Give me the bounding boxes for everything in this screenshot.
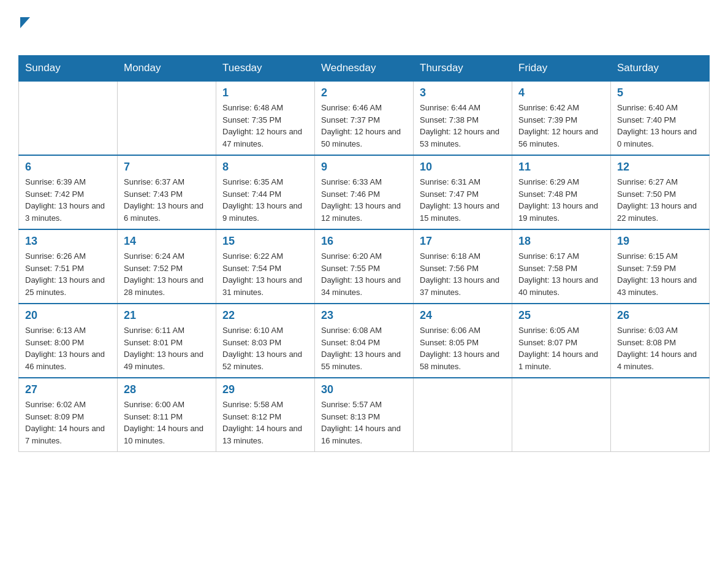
day-number: 28 <box>124 383 210 396</box>
day-number: 24 <box>420 309 506 322</box>
day-number: 14 <box>124 235 210 248</box>
day-number: 11 <box>518 161 604 174</box>
day-info: Sunrise: 6:10 AMSunset: 8:03 PMDaylight:… <box>222 324 308 372</box>
calendar-cell <box>414 378 512 452</box>
day-number: 17 <box>420 235 506 248</box>
day-number: 23 <box>321 309 407 322</box>
day-info: Sunrise: 6:22 AMSunset: 7:54 PMDaylight:… <box>222 250 308 298</box>
calendar-cell: 15Sunrise: 6:22 AMSunset: 7:54 PMDayligh… <box>216 229 315 304</box>
calendar-cell: 10Sunrise: 6:31 AMSunset: 7:47 PMDayligh… <box>414 155 512 229</box>
calendar-cell: 13Sunrise: 6:26 AMSunset: 7:51 PMDayligh… <box>19 229 118 304</box>
day-info: Sunrise: 6:05 AMSunset: 8:07 PMDaylight:… <box>518 324 604 372</box>
calendar-cell: 20Sunrise: 6:13 AMSunset: 8:00 PMDayligh… <box>19 304 118 378</box>
day-info: Sunrise: 6:08 AMSunset: 8:04 PMDaylight:… <box>321 324 407 372</box>
week-row-4: 20Sunrise: 6:13 AMSunset: 8:00 PMDayligh… <box>19 304 710 378</box>
calendar-cell: 22Sunrise: 6:10 AMSunset: 8:03 PMDayligh… <box>216 304 315 378</box>
day-info: Sunrise: 5:57 AMSunset: 8:13 PMDaylight:… <box>321 399 407 446</box>
day-info: Sunrise: 6:18 AMSunset: 7:56 PMDaylight:… <box>420 250 506 298</box>
day-number: 9 <box>321 161 407 174</box>
day-number: 27 <box>25 383 111 396</box>
day-number: 18 <box>518 235 604 248</box>
day-info: Sunrise: 6:20 AMSunset: 7:55 PMDaylight:… <box>321 250 407 298</box>
day-number: 26 <box>617 309 703 322</box>
calendar-cell: 5Sunrise: 6:40 AMSunset: 7:40 PMDaylight… <box>611 81 710 155</box>
calendar-cell: 27Sunrise: 6:02 AMSunset: 8:09 PMDayligh… <box>19 378 118 452</box>
day-number: 12 <box>617 161 703 174</box>
day-number: 30 <box>321 383 407 396</box>
day-number: 29 <box>222 383 308 396</box>
day-number: 10 <box>420 161 506 174</box>
day-info: Sunrise: 6:17 AMSunset: 7:58 PMDaylight:… <box>518 250 604 298</box>
day-info: Sunrise: 6:31 AMSunset: 7:47 PMDaylight:… <box>420 176 506 224</box>
calendar-cell: 21Sunrise: 6:11 AMSunset: 8:01 PMDayligh… <box>118 304 216 378</box>
day-number: 15 <box>222 235 308 248</box>
day-number: 3 <box>420 86 506 99</box>
col-header-tuesday: Tuesday <box>216 56 315 82</box>
day-number: 2 <box>321 86 407 99</box>
day-number: 22 <box>222 309 308 322</box>
day-info: Sunrise: 6:03 AMSunset: 8:08 PMDaylight:… <box>617 324 703 372</box>
calendar-cell: 11Sunrise: 6:29 AMSunset: 7:48 PMDayligh… <box>512 155 611 229</box>
calendar-cell <box>118 81 216 155</box>
day-number: 16 <box>321 235 407 248</box>
day-info: Sunrise: 6:15 AMSunset: 7:59 PMDaylight:… <box>617 250 703 298</box>
day-info: Sunrise: 6:24 AMSunset: 7:52 PMDaylight:… <box>124 250 210 298</box>
day-number: 7 <box>124 161 210 174</box>
day-info: Sunrise: 6:39 AMSunset: 7:42 PMDaylight:… <box>25 176 111 224</box>
calendar-cell: 19Sunrise: 6:15 AMSunset: 7:59 PMDayligh… <box>611 229 710 304</box>
calendar-cell: 3Sunrise: 6:44 AMSunset: 7:38 PMDaylight… <box>414 81 512 155</box>
calendar-cell: 23Sunrise: 6:08 AMSunset: 8:04 PMDayligh… <box>315 304 414 378</box>
col-header-friday: Friday <box>512 56 611 82</box>
day-info: Sunrise: 6:00 AMSunset: 8:11 PMDaylight:… <box>124 399 210 446</box>
day-info: Sunrise: 6:37 AMSunset: 7:43 PMDaylight:… <box>124 176 210 224</box>
col-header-wednesday: Wednesday <box>315 56 414 82</box>
logo <box>18 12 30 49</box>
col-header-monday: Monday <box>118 56 216 82</box>
day-info: Sunrise: 6:06 AMSunset: 8:05 PMDaylight:… <box>420 324 506 372</box>
calendar-cell: 12Sunrise: 6:27 AMSunset: 7:50 PMDayligh… <box>611 155 710 229</box>
calendar-cell: 16Sunrise: 6:20 AMSunset: 7:55 PMDayligh… <box>315 229 414 304</box>
calendar-cell: 9Sunrise: 6:33 AMSunset: 7:46 PMDaylight… <box>315 155 414 229</box>
calendar-cell: 6Sunrise: 6:39 AMSunset: 7:42 PMDaylight… <box>19 155 118 229</box>
calendar-cell <box>512 378 611 452</box>
calendar-cell <box>19 81 118 155</box>
calendar-cell <box>611 378 710 452</box>
day-info: Sunrise: 6:11 AMSunset: 8:01 PMDaylight:… <box>124 324 210 372</box>
calendar-cell: 28Sunrise: 6:00 AMSunset: 8:11 PMDayligh… <box>118 378 216 452</box>
day-number: 8 <box>222 161 308 174</box>
week-row-3: 13Sunrise: 6:26 AMSunset: 7:51 PMDayligh… <box>19 229 710 304</box>
day-number: 25 <box>518 309 604 322</box>
day-info: Sunrise: 6:48 AMSunset: 7:35 PMDaylight:… <box>222 102 308 150</box>
page-header <box>18 12 710 49</box>
calendar-table: SundayMondayTuesdayWednesdayThursdayFrid… <box>18 55 710 452</box>
week-row-5: 27Sunrise: 6:02 AMSunset: 8:09 PMDayligh… <box>19 378 710 452</box>
calendar-cell: 2Sunrise: 6:46 AMSunset: 7:37 PMDaylight… <box>315 81 414 155</box>
week-row-1: 1Sunrise: 6:48 AMSunset: 7:35 PMDaylight… <box>19 81 710 155</box>
calendar-cell: 4Sunrise: 6:42 AMSunset: 7:39 PMDaylight… <box>512 81 611 155</box>
calendar-cell: 1Sunrise: 6:48 AMSunset: 7:35 PMDaylight… <box>216 81 315 155</box>
logo-arrow-icon <box>20 17 30 28</box>
day-info: Sunrise: 6:33 AMSunset: 7:46 PMDaylight:… <box>321 176 407 224</box>
day-info: Sunrise: 6:35 AMSunset: 7:44 PMDaylight:… <box>222 176 308 224</box>
day-info: Sunrise: 5:58 AMSunset: 8:12 PMDaylight:… <box>222 399 308 446</box>
day-info: Sunrise: 6:42 AMSunset: 7:39 PMDaylight:… <box>518 102 604 150</box>
day-number: 21 <box>124 309 210 322</box>
week-row-2: 6Sunrise: 6:39 AMSunset: 7:42 PMDaylight… <box>19 155 710 229</box>
day-number: 5 <box>617 86 703 99</box>
day-info: Sunrise: 6:44 AMSunset: 7:38 PMDaylight:… <box>420 102 506 150</box>
day-info: Sunrise: 6:02 AMSunset: 8:09 PMDaylight:… <box>25 399 111 446</box>
day-info: Sunrise: 6:46 AMSunset: 7:37 PMDaylight:… <box>321 102 407 150</box>
calendar-cell: 8Sunrise: 6:35 AMSunset: 7:44 PMDaylight… <box>216 155 315 229</box>
col-header-thursday: Thursday <box>414 56 512 82</box>
calendar-cell: 25Sunrise: 6:05 AMSunset: 8:07 PMDayligh… <box>512 304 611 378</box>
calendar-header-row: SundayMondayTuesdayWednesdayThursdayFrid… <box>19 56 710 82</box>
calendar-cell: 17Sunrise: 6:18 AMSunset: 7:56 PMDayligh… <box>414 229 512 304</box>
calendar-cell: 29Sunrise: 5:58 AMSunset: 8:12 PMDayligh… <box>216 378 315 452</box>
calendar-cell: 26Sunrise: 6:03 AMSunset: 8:08 PMDayligh… <box>611 304 710 378</box>
day-info: Sunrise: 6:40 AMSunset: 7:40 PMDaylight:… <box>617 102 703 150</box>
day-info: Sunrise: 6:26 AMSunset: 7:51 PMDaylight:… <box>25 250 111 298</box>
calendar-cell: 14Sunrise: 6:24 AMSunset: 7:52 PMDayligh… <box>118 229 216 304</box>
day-number: 19 <box>617 235 703 248</box>
day-info: Sunrise: 6:27 AMSunset: 7:50 PMDaylight:… <box>617 176 703 224</box>
day-number: 4 <box>518 86 604 99</box>
